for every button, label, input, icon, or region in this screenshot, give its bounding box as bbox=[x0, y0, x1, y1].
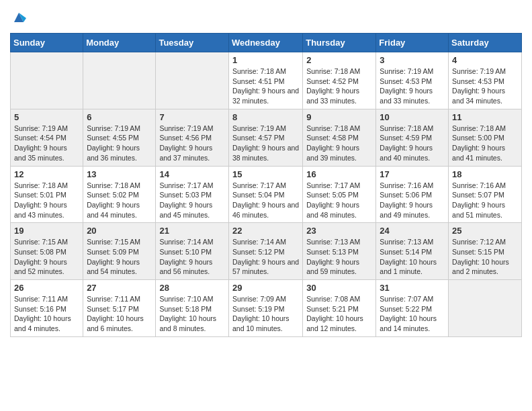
day-number: 2 bbox=[306, 55, 372, 65]
day-info: Sunrise: 7:19 AMSunset: 4:53 PMDaylight:… bbox=[380, 66, 445, 106]
calendar-cell: 9Sunrise: 7:18 AMSunset: 4:58 PMDaylight… bbox=[303, 109, 376, 166]
day-info: Sunrise: 7:14 AMSunset: 5:10 PMDaylight:… bbox=[159, 237, 225, 277]
day-number: 19 bbox=[14, 226, 79, 236]
day-info: Sunrise: 7:19 AMSunset: 4:54 PMDaylight:… bbox=[14, 124, 79, 163]
calendar-cell: 5Sunrise: 7:19 AMSunset: 4:54 PMDaylight… bbox=[11, 109, 83, 166]
day-info: Sunrise: 7:15 AMSunset: 5:08 PMDaylight:… bbox=[14, 237, 79, 277]
calendar-week-row: 26Sunrise: 7:11 AMSunset: 5:16 PMDayligh… bbox=[11, 280, 522, 337]
day-info: Sunrise: 7:18 AMSunset: 4:58 PMDaylight:… bbox=[306, 124, 372, 163]
day-number: 27 bbox=[87, 283, 152, 293]
calendar-cell: 25Sunrise: 7:12 AMSunset: 5:15 PMDayligh… bbox=[449, 223, 522, 280]
day-number: 17 bbox=[380, 169, 445, 179]
calendar-cell: 26Sunrise: 7:11 AMSunset: 5:16 PMDayligh… bbox=[11, 280, 83, 337]
calendar-cell bbox=[449, 280, 522, 337]
calendar-cell: 20Sunrise: 7:15 AMSunset: 5:09 PMDayligh… bbox=[83, 223, 156, 280]
day-info: Sunrise: 7:19 AMSunset: 4:56 PMDaylight:… bbox=[159, 124, 225, 163]
calendar-cell: 31Sunrise: 7:07 AMSunset: 5:22 PMDayligh… bbox=[376, 280, 449, 337]
calendar-cell: 14Sunrise: 7:17 AMSunset: 5:03 PMDayligh… bbox=[156, 166, 229, 223]
weekday-header-monday: Monday bbox=[83, 34, 156, 52]
day-info: Sunrise: 7:17 AMSunset: 5:05 PMDaylight:… bbox=[306, 181, 372, 220]
day-number: 13 bbox=[87, 169, 152, 179]
day-number: 25 bbox=[452, 226, 518, 236]
weekday-header-tuesday: Tuesday bbox=[156, 34, 229, 52]
calendar-week-row: 19Sunrise: 7:15 AMSunset: 5:08 PMDayligh… bbox=[11, 223, 522, 280]
day-number: 7 bbox=[159, 112, 225, 122]
day-info: Sunrise: 7:11 AMSunset: 5:16 PMDaylight:… bbox=[14, 294, 79, 334]
weekday-header-saturday: Saturday bbox=[449, 34, 522, 52]
day-info: Sunrise: 7:10 AMSunset: 5:18 PMDaylight:… bbox=[159, 294, 225, 334]
day-info: Sunrise: 7:13 AMSunset: 5:14 PMDaylight:… bbox=[380, 237, 445, 277]
weekday-header-row: SundayMondayTuesdayWednesdayThursdayFrid… bbox=[11, 34, 522, 52]
day-number: 10 bbox=[380, 112, 445, 122]
calendar-cell: 15Sunrise: 7:17 AMSunset: 5:04 PMDayligh… bbox=[228, 166, 302, 223]
day-info: Sunrise: 7:17 AMSunset: 5:03 PMDaylight:… bbox=[159, 181, 225, 220]
calendar-cell: 28Sunrise: 7:10 AMSunset: 5:18 PMDayligh… bbox=[156, 280, 229, 337]
day-info: Sunrise: 7:18 AMSunset: 4:51 PMDaylight:… bbox=[232, 66, 299, 106]
calendar-cell: 30Sunrise: 7:08 AMSunset: 5:21 PMDayligh… bbox=[303, 280, 376, 337]
day-info: Sunrise: 7:14 AMSunset: 5:12 PMDaylight:… bbox=[232, 237, 299, 277]
day-number: 26 bbox=[14, 283, 79, 293]
calendar-cell: 11Sunrise: 7:18 AMSunset: 5:00 PMDayligh… bbox=[449, 109, 522, 166]
calendar-cell: 16Sunrise: 7:17 AMSunset: 5:05 PMDayligh… bbox=[303, 166, 376, 223]
calendar-cell: 13Sunrise: 7:18 AMSunset: 5:02 PMDayligh… bbox=[83, 166, 156, 223]
day-info: Sunrise: 7:18 AMSunset: 5:00 PMDaylight:… bbox=[452, 124, 518, 163]
calendar-cell: 24Sunrise: 7:13 AMSunset: 5:14 PMDayligh… bbox=[376, 223, 449, 280]
day-info: Sunrise: 7:17 AMSunset: 5:04 PMDaylight:… bbox=[232, 181, 299, 220]
day-number: 22 bbox=[232, 226, 299, 236]
day-number: 24 bbox=[380, 226, 445, 236]
calendar-cell: 3Sunrise: 7:19 AMSunset: 4:53 PMDaylight… bbox=[376, 52, 449, 109]
day-number: 20 bbox=[87, 226, 152, 236]
day-number: 3 bbox=[380, 55, 445, 65]
weekday-header-wednesday: Wednesday bbox=[228, 34, 302, 52]
weekday-header-friday: Friday bbox=[376, 34, 449, 52]
day-info: Sunrise: 7:13 AMSunset: 5:13 PMDaylight:… bbox=[306, 237, 372, 277]
day-number: 8 bbox=[232, 112, 299, 122]
day-number: 18 bbox=[452, 169, 518, 179]
day-info: Sunrise: 7:19 AMSunset: 4:55 PMDaylight:… bbox=[87, 124, 152, 163]
day-info: Sunrise: 7:19 AMSunset: 4:53 PMDaylight:… bbox=[452, 66, 518, 106]
calendar-cell bbox=[83, 52, 156, 109]
calendar-cell: 8Sunrise: 7:19 AMSunset: 4:57 PMDaylight… bbox=[228, 109, 302, 166]
day-number: 29 bbox=[232, 283, 299, 293]
weekday-header-thursday: Thursday bbox=[303, 34, 376, 52]
day-info: Sunrise: 7:16 AMSunset: 5:07 PMDaylight:… bbox=[452, 181, 518, 220]
day-number: 4 bbox=[452, 55, 518, 65]
calendar-week-row: 5Sunrise: 7:19 AMSunset: 4:54 PMDaylight… bbox=[11, 109, 522, 166]
calendar-cell: 23Sunrise: 7:13 AMSunset: 5:13 PMDayligh… bbox=[303, 223, 376, 280]
calendar-cell: 22Sunrise: 7:14 AMSunset: 5:12 PMDayligh… bbox=[228, 223, 302, 280]
day-info: Sunrise: 7:08 AMSunset: 5:21 PMDaylight:… bbox=[306, 294, 372, 334]
day-info: Sunrise: 7:09 AMSunset: 5:19 PMDaylight:… bbox=[232, 294, 299, 334]
calendar-cell: 21Sunrise: 7:14 AMSunset: 5:10 PMDayligh… bbox=[156, 223, 229, 280]
day-number: 14 bbox=[159, 169, 225, 179]
day-number: 31 bbox=[380, 283, 445, 293]
calendar-cell: 4Sunrise: 7:19 AMSunset: 4:53 PMDaylight… bbox=[449, 52, 522, 109]
day-info: Sunrise: 7:18 AMSunset: 4:52 PMDaylight:… bbox=[306, 66, 372, 106]
day-number: 16 bbox=[306, 169, 372, 179]
day-number: 12 bbox=[14, 169, 79, 179]
calendar: SundayMondayTuesdayWednesdayThursdayFrid… bbox=[10, 33, 522, 337]
calendar-cell: 18Sunrise: 7:16 AMSunset: 5:07 PMDayligh… bbox=[449, 166, 522, 223]
day-number: 6 bbox=[87, 112, 152, 122]
calendar-cell: 17Sunrise: 7:16 AMSunset: 5:06 PMDayligh… bbox=[376, 166, 449, 223]
day-info: Sunrise: 7:18 AMSunset: 5:02 PMDaylight:… bbox=[87, 181, 152, 220]
day-info: Sunrise: 7:16 AMSunset: 5:06 PMDaylight:… bbox=[380, 181, 445, 220]
day-info: Sunrise: 7:12 AMSunset: 5:15 PMDaylight:… bbox=[452, 237, 518, 277]
calendar-cell: 2Sunrise: 7:18 AMSunset: 4:52 PMDaylight… bbox=[303, 52, 376, 109]
day-info: Sunrise: 7:18 AMSunset: 4:59 PMDaylight:… bbox=[380, 124, 445, 163]
calendar-cell: 1Sunrise: 7:18 AMSunset: 4:51 PMDaylight… bbox=[228, 52, 302, 109]
calendar-cell bbox=[156, 52, 229, 109]
day-info: Sunrise: 7:15 AMSunset: 5:09 PMDaylight:… bbox=[87, 237, 152, 277]
weekday-header-sunday: Sunday bbox=[11, 34, 83, 52]
day-number: 23 bbox=[306, 226, 372, 236]
day-info: Sunrise: 7:07 AMSunset: 5:22 PMDaylight:… bbox=[380, 294, 445, 334]
day-number: 1 bbox=[232, 55, 299, 65]
logo bbox=[10, 10, 26, 28]
day-info: Sunrise: 7:11 AMSunset: 5:17 PMDaylight:… bbox=[87, 294, 152, 334]
calendar-cell: 19Sunrise: 7:15 AMSunset: 5:08 PMDayligh… bbox=[11, 223, 83, 280]
calendar-cell: 27Sunrise: 7:11 AMSunset: 5:17 PMDayligh… bbox=[83, 280, 156, 337]
calendar-cell: 6Sunrise: 7:19 AMSunset: 4:55 PMDaylight… bbox=[83, 109, 156, 166]
day-number: 30 bbox=[306, 283, 372, 293]
day-info: Sunrise: 7:19 AMSunset: 4:57 PMDaylight:… bbox=[232, 124, 299, 163]
day-number: 28 bbox=[159, 283, 225, 293]
day-number: 9 bbox=[306, 112, 372, 122]
